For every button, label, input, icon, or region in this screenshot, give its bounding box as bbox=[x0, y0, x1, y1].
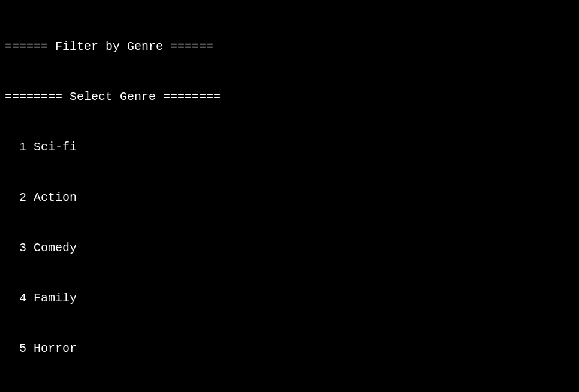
genre-5-line: 5 Horror bbox=[5, 340, 574, 357]
genre-1-line: 1 Sci-fi bbox=[5, 139, 574, 156]
genre-2-line: 2 Action bbox=[5, 189, 574, 206]
genre-4-line: 4 Family bbox=[5, 290, 574, 307]
terminal-window: ====== Filter by Genre ====== ======== S… bbox=[5, 5, 574, 392]
genre-3-line: 3 Comedy bbox=[5, 240, 574, 257]
filter-header-line: ====== Filter by Genre ====== bbox=[5, 38, 574, 55]
select-header-line: ======== Select Genre ======== bbox=[5, 89, 574, 105]
